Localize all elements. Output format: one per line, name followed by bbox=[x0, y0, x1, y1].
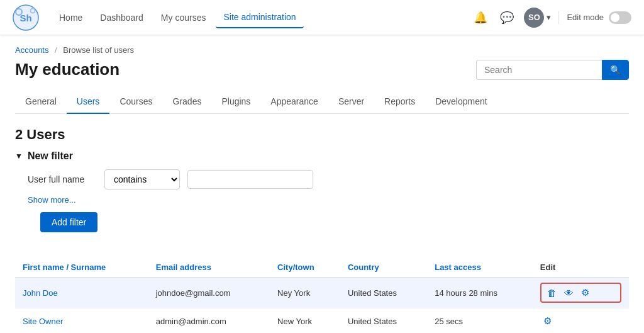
col-surname-label: Surname bbox=[71, 262, 106, 272]
user-site-owner-link[interactable]: Site Owner bbox=[23, 317, 63, 326]
user-city-cell: Ney York bbox=[270, 278, 340, 308]
navbar-right: 🔔 💬 SO ▾ Edit mode bbox=[471, 8, 631, 28]
navbar: Sh Home Dashboard My courses Site admini… bbox=[0, 0, 644, 35]
user-name-cell: John Doe bbox=[15, 278, 148, 308]
notifications-icon[interactable]: 🔔 bbox=[471, 8, 490, 27]
filter-section: ▼ New filter User full name contains equ… bbox=[15, 150, 629, 245]
filter-header-label: New filter bbox=[28, 150, 73, 162]
user-john-doe-link[interactable]: John Doe bbox=[23, 288, 58, 298]
table-row: John Doe johndoe@gmail.com Ney York Unit… bbox=[15, 278, 629, 308]
tab-server[interactable]: Server bbox=[328, 90, 374, 114]
filter-chevron-icon: ▼ bbox=[15, 152, 23, 161]
nav-my-courses[interactable]: My courses bbox=[153, 8, 214, 28]
table-head: First name / Surname Email address City/… bbox=[15, 257, 629, 278]
search-icon: 🔍 bbox=[610, 65, 621, 75]
user-last-access-cell: 14 hours 28 mins bbox=[427, 278, 533, 308]
edit-mode-label: Edit mode bbox=[567, 13, 604, 22]
edit-mode-toggle[interactable] bbox=[609, 11, 631, 24]
page-title: My education bbox=[15, 60, 119, 79]
user-city-cell: New York bbox=[270, 308, 340, 334]
tabs: General Users Courses Grades Plugins App… bbox=[15, 90, 629, 114]
messages-icon[interactable]: 💬 bbox=[497, 8, 516, 27]
filter-field-label: User full name bbox=[28, 174, 97, 184]
search-bar: 🔍 bbox=[476, 60, 629, 80]
tab-reports[interactable]: Reports bbox=[374, 90, 425, 114]
user-menu[interactable]: SO ▾ bbox=[524, 8, 551, 28]
breadcrumb-accounts[interactable]: Accounts bbox=[15, 45, 48, 55]
add-filter-button[interactable]: Add filter bbox=[40, 212, 97, 232]
col-firstname-label: First name bbox=[23, 262, 64, 272]
filter-value-input[interactable] bbox=[187, 170, 313, 189]
tab-courses[interactable]: Courses bbox=[109, 90, 162, 114]
user-table: First name / Surname Email address City/… bbox=[15, 257, 629, 333]
delete-user-john-button[interactable]: 🗑 bbox=[544, 286, 560, 300]
search-input[interactable] bbox=[476, 60, 602, 80]
view-user-john-button[interactable]: 👁 bbox=[561, 286, 577, 300]
col-edit: Edit bbox=[533, 257, 629, 278]
breadcrumb: Accounts / Browse list of users bbox=[15, 45, 629, 55]
col-last-access[interactable]: Last access bbox=[427, 257, 533, 278]
brand-logo: Sh bbox=[13, 4, 39, 31]
col-country[interactable]: Country bbox=[340, 257, 427, 278]
breadcrumb-separator: / bbox=[55, 45, 57, 55]
settings-user-john-button[interactable]: ⚙ bbox=[578, 285, 592, 300]
tab-appearance[interactable]: Appearance bbox=[260, 90, 328, 114]
user-edit-cell-2: ⚙ bbox=[533, 308, 629, 334]
user-edit-cell: 🗑 👁 ⚙ bbox=[533, 278, 629, 308]
col-email[interactable]: Email address bbox=[148, 257, 270, 278]
breadcrumb-current: Browse list of users bbox=[63, 45, 134, 55]
filter-header[interactable]: ▼ New filter bbox=[15, 150, 629, 162]
table-row: Site Owner admin@admin.com New York Unit… bbox=[15, 308, 629, 334]
show-more-link[interactable]: Show more... bbox=[15, 195, 76, 205]
settings-user-siteowner-button[interactable]: ⚙ bbox=[540, 313, 555, 329]
col-name[interactable]: First name / Surname bbox=[15, 257, 148, 278]
user-last-access-cell: 25 secs bbox=[427, 308, 533, 334]
table-header-row: First name / Surname Email address City/… bbox=[15, 257, 629, 278]
tab-grades[interactable]: Grades bbox=[163, 90, 212, 114]
page-header: My education 🔍 bbox=[15, 60, 629, 80]
col-separator: / bbox=[66, 262, 70, 272]
main-content: Accounts / Browse list of users My educa… bbox=[0, 35, 644, 333]
navbar-links: Home Dashboard My courses Site administr… bbox=[52, 7, 471, 28]
user-dropdown-arrow: ▾ bbox=[547, 13, 551, 22]
users-count: 2 Users bbox=[15, 127, 629, 143]
toggle-slider bbox=[609, 11, 631, 24]
edit-icons-row2: ⚙ bbox=[540, 313, 621, 329]
user-name-cell: Site Owner bbox=[15, 308, 148, 334]
tab-development[interactable]: Development bbox=[425, 90, 497, 114]
edit-mode-area: Edit mode bbox=[558, 11, 631, 24]
col-city[interactable]: City/town bbox=[270, 257, 340, 278]
nav-dashboard[interactable]: Dashboard bbox=[92, 8, 151, 28]
nav-home[interactable]: Home bbox=[52, 8, 90, 28]
filter-condition-select[interactable]: contains equals starts with ends with bbox=[104, 169, 180, 189]
search-button[interactable]: 🔍 bbox=[602, 60, 629, 80]
nav-site-administration[interactable]: Site administration bbox=[216, 7, 303, 28]
user-country-cell: United States bbox=[340, 308, 427, 334]
user-avatar: SO bbox=[524, 8, 544, 28]
user-email-cell: admin@admin.com bbox=[148, 308, 270, 334]
edit-icons-row1: 🗑 👁 ⚙ bbox=[540, 283, 621, 303]
filter-row: User full name contains equals starts wi… bbox=[15, 169, 629, 189]
table-body: John Doe johndoe@gmail.com Ney York Unit… bbox=[15, 278, 629, 334]
user-email-cell: johndoe@gmail.com bbox=[148, 278, 270, 308]
tab-users[interactable]: Users bbox=[67, 90, 110, 114]
tab-general[interactable]: General bbox=[15, 90, 67, 114]
user-country-cell: United States bbox=[340, 278, 427, 308]
tab-plugins[interactable]: Plugins bbox=[211, 90, 260, 114]
